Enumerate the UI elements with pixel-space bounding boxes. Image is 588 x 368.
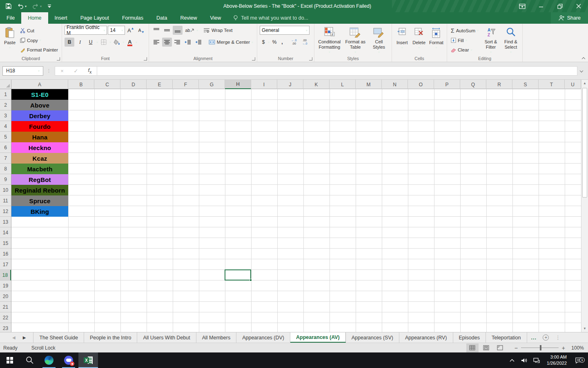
undo-dropdown-arrow[interactable]: ▾ bbox=[25, 4, 27, 8]
formula-input[interactable] bbox=[97, 66, 577, 76]
cell-A10[interactable]: Reginald Reborn bbox=[11, 185, 68, 195]
autosum-button[interactable]: Σ AutoSum▾ bbox=[450, 26, 480, 35]
customize-qat-button[interactable] bbox=[47, 4, 51, 9]
action-center-button[interactable]: 1 bbox=[572, 357, 586, 364]
row-header-10[interactable]: 10 bbox=[0, 185, 11, 195]
row-header-5[interactable]: 5 bbox=[0, 132, 11, 142]
decrease-decimal-button[interactable]: .00→.0 bbox=[300, 38, 310, 47]
taskbar-clock[interactable]: 3:00 AM 1/26/2022 bbox=[543, 354, 570, 366]
conditional-formatting-button[interactable]: ≠ Conditional Formatting ▾ bbox=[317, 25, 342, 54]
wrap-text-button[interactable]: Wrap Text bbox=[202, 26, 234, 35]
bold-button[interactable]: B bbox=[65, 38, 74, 47]
row-header-23[interactable]: 23 bbox=[0, 323, 11, 332]
column-header-N[interactable]: N bbox=[382, 80, 408, 89]
cell-A6[interactable]: Heckno bbox=[11, 142, 68, 153]
column-header-O[interactable]: O bbox=[408, 80, 434, 89]
start-button[interactable] bbox=[0, 352, 20, 368]
name-box[interactable]: H18▾ bbox=[2, 66, 43, 76]
taskbar-excel-button[interactable]: X bbox=[78, 352, 98, 368]
cell-A7[interactable]: Kcaz bbox=[11, 153, 68, 164]
sheet-tab-appearances-av-[interactable]: Appearances (AV) bbox=[290, 332, 346, 343]
underline-dropdown[interactable]: ▾ bbox=[96, 40, 98, 44]
zoom-level[interactable]: 100% bbox=[567, 345, 584, 351]
sheet-tab-appearances-rv-[interactable]: Appearances (RV) bbox=[399, 332, 453, 343]
orientation-dropdown[interactable]: ▾ bbox=[196, 29, 198, 32]
fill-color-dropdown[interactable]: ▾ bbox=[122, 40, 124, 44]
column-header-U[interactable]: U bbox=[565, 80, 581, 89]
restore-button[interactable] bbox=[550, 0, 569, 12]
cell-styles-button[interactable]: Cell Styles ▾ bbox=[369, 25, 389, 54]
comma-format-button[interactable]: , bbox=[279, 38, 285, 47]
cell-area[interactable]: S1-E0AboveDerbeyFourdoHanaHecknoKcazMacb… bbox=[11, 89, 581, 332]
cell-A8[interactable]: Macbeth bbox=[11, 164, 68, 174]
row-header-8[interactable]: 8 bbox=[0, 164, 11, 174]
zoom-slider[interactable] bbox=[521, 348, 559, 348]
save-button[interactable] bbox=[6, 3, 11, 9]
next-sheet-arrow[interactable]: ▶ bbox=[23, 335, 26, 340]
fill-button[interactable]: Fill▾ bbox=[450, 36, 480, 45]
zoom-slider-thumb[interactable] bbox=[540, 345, 541, 350]
decrease-indent-button[interactable] bbox=[183, 38, 193, 47]
align-middle-button[interactable] bbox=[162, 26, 172, 35]
taskbar-discord-button[interactable] bbox=[59, 352, 78, 368]
font-color-dropdown[interactable]: ▾ bbox=[136, 40, 137, 44]
grow-font-button[interactable]: A▲ bbox=[126, 26, 136, 35]
increase-indent-button[interactable] bbox=[194, 38, 203, 47]
sheet-tab-appearances-dv-[interactable]: Appearances (DV) bbox=[236, 332, 290, 343]
row-header-22[interactable]: 22 bbox=[0, 312, 11, 323]
column-header-R[interactable]: R bbox=[486, 80, 512, 89]
clear-button[interactable]: Clear▾ bbox=[450, 45, 480, 54]
row-header-6[interactable]: 6 bbox=[0, 142, 11, 153]
undo-button[interactable]: ▾ bbox=[17, 4, 27, 9]
cell-A1[interactable]: S1-E0 bbox=[11, 89, 68, 100]
scrollbar-thumb[interactable] bbox=[582, 88, 587, 197]
borders-dropdown[interactable]: ▾ bbox=[109, 40, 111, 44]
volume-icon[interactable] bbox=[519, 358, 530, 363]
ribbon-tab-page-layout[interactable]: Page Layout bbox=[74, 12, 116, 24]
cell-A4[interactable]: Fourdo bbox=[11, 121, 68, 132]
increase-decimal-button[interactable]: ←.0.00 bbox=[289, 38, 299, 47]
fill-handle[interactable] bbox=[249, 279, 252, 281]
row-header-9[interactable]: 9 bbox=[0, 174, 11, 185]
column-header-M[interactable]: M bbox=[356, 80, 382, 89]
align-left-button[interactable] bbox=[151, 38, 161, 47]
borders-button[interactable] bbox=[99, 38, 109, 47]
column-header-P[interactable]: P bbox=[434, 80, 460, 89]
percent-format-button[interactable]: % bbox=[270, 38, 278, 47]
cut-button[interactable]: Cut bbox=[19, 26, 59, 35]
align-center-button[interactable] bbox=[162, 38, 172, 47]
column-header-H[interactable]: H bbox=[225, 80, 251, 89]
fill-color-button[interactable] bbox=[112, 38, 122, 47]
font-name-combobox[interactable]: Franklin Gothic M▾ bbox=[65, 26, 107, 35]
close-button[interactable] bbox=[569, 0, 588, 12]
cell-A5[interactable]: Hana bbox=[11, 132, 68, 142]
tell-me-box[interactable]: Tell me what you want to do... bbox=[227, 12, 314, 24]
ribbon-tab-file[interactable]: File bbox=[0, 12, 21, 24]
row-header-13[interactable]: 13 bbox=[0, 217, 11, 227]
column-header-E[interactable]: E bbox=[147, 80, 173, 89]
currency-dropdown[interactable]: ▾ bbox=[268, 40, 270, 44]
format-painter-button[interactable]: Format Painter bbox=[19, 45, 59, 54]
font-dialog-launcher[interactable] bbox=[144, 57, 147, 61]
currency-format-button[interactable]: $ bbox=[260, 38, 267, 47]
collapse-ribbon-button[interactable] bbox=[582, 57, 585, 61]
ribbon-tab-review[interactable]: Review bbox=[174, 12, 203, 24]
column-header-A[interactable]: A bbox=[11, 80, 68, 89]
vertical-scrollbar[interactable]: ▲ ▼ bbox=[581, 80, 588, 332]
confirm-entry-button[interactable]: ✓ bbox=[69, 68, 83, 74]
align-top-button[interactable] bbox=[151, 26, 161, 35]
ribbon-tab-formulas[interactable]: Formulas bbox=[116, 12, 150, 24]
row-header-3[interactable]: 3 bbox=[0, 110, 11, 121]
cancel-entry-button[interactable]: × bbox=[55, 68, 69, 74]
font-size-combobox[interactable]: 14▾ bbox=[108, 26, 125, 35]
row-header-12[interactable]: 12 bbox=[0, 206, 11, 217]
ribbon-tab-insert[interactable]: Insert bbox=[48, 12, 74, 24]
column-header-Q[interactable]: Q bbox=[460, 80, 486, 89]
column-header-G[interactable]: G bbox=[199, 80, 225, 89]
column-header-T[interactable]: T bbox=[539, 80, 565, 89]
italic-button[interactable]: I bbox=[75, 38, 85, 47]
sheet-tab-all-members[interactable]: All Members bbox=[196, 332, 236, 343]
network-icon[interactable] bbox=[531, 358, 542, 363]
normal-view-button[interactable] bbox=[466, 343, 479, 352]
row-header-15[interactable]: 15 bbox=[0, 238, 11, 249]
